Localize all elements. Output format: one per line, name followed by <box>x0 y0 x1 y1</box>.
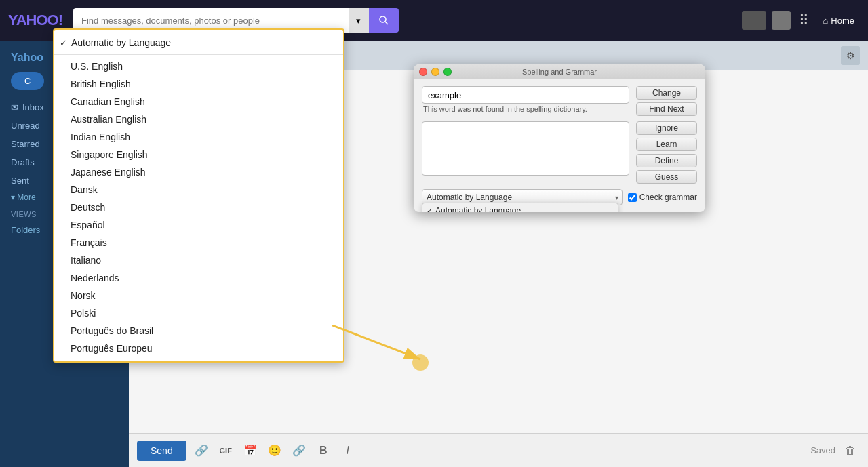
find-next-button[interactable]: Find Next <box>636 102 697 116</box>
home-button[interactable]: ⌂ Home <box>817 13 860 28</box>
lang-item-auto[interactable]: Automatic by Language <box>422 203 618 212</box>
dropdown-arrow-icon: ▾ <box>615 194 618 201</box>
drafts-label: Drafts <box>11 157 35 167</box>
send-button[interactable]: Send <box>137 441 186 461</box>
svg-point-0 <box>380 16 386 22</box>
large-lang-canadian[interactable]: Canadian English <box>54 93 343 110</box>
italic-icon[interactable]: I <box>338 441 357 460</box>
spelling-language-dropdown-list: Automatic by Language U.S. English Briti… <box>422 203 618 212</box>
calendar-icon[interactable]: 📅 <box>241 441 260 460</box>
spelling-word-input[interactable] <box>422 86 629 104</box>
avatar-secondary <box>772 11 791 30</box>
inbox-label: Inbox <box>22 102 44 113</box>
apps-grid-icon[interactable]: ⠿ <box>796 9 812 31</box>
inbox-icon: ✉ <box>11 102 18 113</box>
spelling-hint: This word was not found in the spelling … <box>422 105 629 113</box>
home-icon: ⌂ <box>823 16 828 26</box>
compose-button[interactable]: C <box>11 72 44 90</box>
close-button[interactable] <box>419 68 427 76</box>
large-lang-italiano[interactable]: Italiano <box>54 251 343 269</box>
compose-footer: Send 🔗 GIF 📅 🙂 🔗 B I Saved 🗑 <box>129 433 868 467</box>
delete-icon[interactable]: 🗑 <box>841 441 860 460</box>
minimize-button[interactable] <box>431 68 439 76</box>
avatar-primary <box>742 11 766 30</box>
spelling-middle-row: Ignore Learn Define Guess <box>422 121 697 184</box>
maximize-button[interactable] <box>443 68 452 76</box>
large-lang-espanol[interactable]: Español <box>54 216 343 234</box>
bold-icon[interactable]: B <box>314 441 333 460</box>
large-lang-singapore[interactable]: Singapore English <box>54 146 343 163</box>
large-language-dropdown: Automatic by Language U.S. English Briti… <box>53 28 344 363</box>
spelling-content: This word was not found in the spelling … <box>414 79 705 212</box>
spelling-bottom-buttons: Ignore Learn Define Guess <box>636 121 697 184</box>
yahoo-logo: YAHOO! <box>8 12 62 29</box>
large-lang-nederlands[interactable]: Nederlands <box>54 269 343 287</box>
large-lang-pteu[interactable]: Português Europeu <box>54 340 343 357</box>
sent-label: Sent <box>11 176 29 186</box>
large-lang-francais[interactable]: Français <box>54 234 343 251</box>
gif-icon[interactable]: GIF <box>216 441 235 460</box>
search-dropdown-button[interactable]: ▾ <box>349 8 369 33</box>
large-lang-british[interactable]: British English <box>54 75 343 93</box>
settings-icon[interactable]: ⚙ <box>841 46 860 65</box>
unread-label: Unread <box>11 121 40 131</box>
dialog-title: Spelling and Grammar <box>522 68 597 76</box>
large-lang-ptbr[interactable]: Português do Brasil <box>54 322 343 340</box>
large-lang-deutsch[interactable]: Deutsch <box>54 199 343 216</box>
spelling-titlebar: Spelling and Grammar <box>414 64 705 79</box>
large-lang-us[interactable]: U.S. English <box>54 58 343 75</box>
large-lang-norsk[interactable]: Norsk <box>54 287 343 304</box>
define-button[interactable]: Define <box>636 154 697 167</box>
spelling-top-buttons: Change Find Next <box>636 86 697 116</box>
large-lang-australian[interactable]: Australian English <box>54 110 343 128</box>
home-label: Home <box>831 16 854 26</box>
ignore-button[interactable]: Ignore <box>636 121 697 135</box>
spelling-top-row: This word was not found in the spelling … <box>422 86 697 116</box>
language-dropdown-container: Automatic by Language ▾ Automatic by Lan… <box>422 189 623 205</box>
language-dropdown-value: Automatic by Language <box>427 192 512 202</box>
spelling-dialog: Spelling and Grammar This word was not f… <box>414 64 705 212</box>
large-lang-indian[interactable]: Indian English <box>54 128 343 146</box>
svg-line-1 <box>385 22 388 24</box>
saved-label: Saved <box>810 445 835 455</box>
check-grammar-label[interactable]: Check grammar <box>628 192 697 202</box>
search-submit-button[interactable] <box>369 8 399 33</box>
emoji-icon[interactable]: 🙂 <box>265 441 284 460</box>
large-lang-japanese[interactable]: Japanese English <box>54 163 343 181</box>
attach-icon[interactable]: 🔗 <box>192 441 211 460</box>
spelling-bottom-row: Automatic by Language ▾ Automatic by Lan… <box>422 189 697 205</box>
change-button[interactable]: Change <box>636 86 697 100</box>
learn-button[interactable]: Learn <box>636 138 697 151</box>
large-lang-polski[interactable]: Polski <box>54 304 343 322</box>
guess-button[interactable]: Guess <box>636 170 697 184</box>
spelling-suggestions-section <box>422 121 629 184</box>
check-grammar-checkbox[interactable] <box>628 193 637 202</box>
large-lang-auto[interactable]: Automatic by Language <box>54 34 343 52</box>
starred-label: Starred <box>11 139 40 149</box>
link-icon[interactable]: 🔗 <box>290 441 309 460</box>
search-icon <box>378 15 389 26</box>
spelling-input-section: This word was not found in the spelling … <box>422 86 629 116</box>
spelling-suggestions-textarea[interactable] <box>422 121 629 176</box>
large-dropdown-divider <box>54 54 343 55</box>
header-icons: ⠿ ⌂ Home <box>742 9 860 31</box>
large-lang-dansk[interactable]: Dansk <box>54 181 343 199</box>
